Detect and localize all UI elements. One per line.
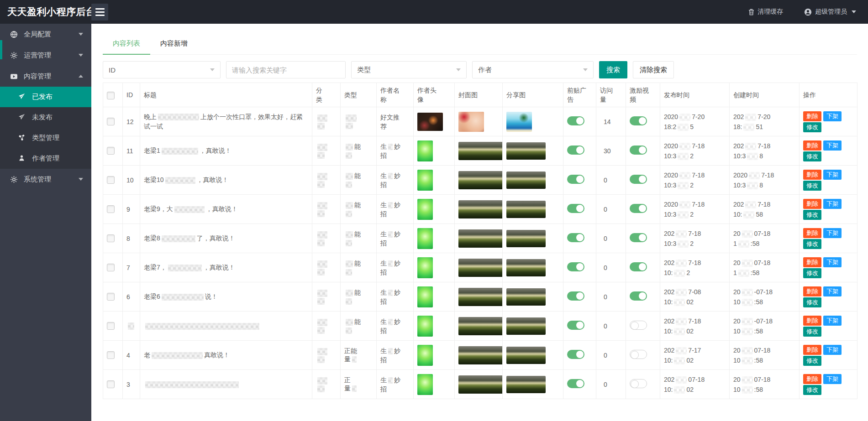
row-checkbox[interactable] xyxy=(107,264,115,271)
author-filter-select[interactable]: 作者 xyxy=(472,61,594,78)
reward-video-toggle[interactable] xyxy=(630,262,647,271)
edit-button[interactable]: 修改 xyxy=(803,239,821,249)
reward-video-toggle[interactable] xyxy=(630,146,647,155)
select-all-checkbox[interactable] xyxy=(107,92,115,99)
id-filter-select[interactable]: ID xyxy=(103,61,221,78)
sidebar-item-unpublished[interactable]: 未发布 xyxy=(0,107,91,128)
share-image xyxy=(506,112,532,132)
delete-button[interactable]: 删除 xyxy=(803,374,821,384)
delete-button[interactable]: 删除 xyxy=(803,257,821,267)
sidebar-item-global-config[interactable]: 全局配置 xyxy=(0,24,91,45)
censored-block xyxy=(388,319,393,325)
take-down-button[interactable]: 下架 xyxy=(823,228,842,238)
sidebar-item-system[interactable]: 系统管理 xyxy=(0,169,91,190)
edit-button[interactable]: 修改 xyxy=(803,210,821,220)
clear-cache-button[interactable]: 清理缓存 xyxy=(748,8,783,16)
take-down-button[interactable]: 下架 xyxy=(823,111,842,121)
row-checkbox[interactable] xyxy=(107,205,115,213)
reward-video-toggle[interactable] xyxy=(630,291,647,301)
edit-button[interactable]: 修改 xyxy=(803,356,821,366)
edit-button[interactable]: 修改 xyxy=(803,151,821,161)
row-checkbox[interactable] xyxy=(107,293,115,301)
censored-block xyxy=(128,322,134,330)
cover-image xyxy=(458,288,503,306)
pre-ad-toggle[interactable] xyxy=(567,116,584,125)
sidebar-item-type-management[interactable]: 类型管理 xyxy=(0,128,91,148)
censored-block xyxy=(174,206,205,213)
tab-content-add[interactable]: 内容新增 xyxy=(150,33,198,54)
admin-user-menu[interactable]: 超级管理员 xyxy=(804,8,856,16)
row-checkbox[interactable] xyxy=(107,147,115,155)
keyword-search-input[interactable] xyxy=(226,61,346,78)
take-down-button[interactable]: 下架 xyxy=(823,257,842,267)
row-checkbox[interactable] xyxy=(107,322,115,330)
edit-button[interactable]: 修改 xyxy=(803,385,821,395)
row-checkbox[interactable] xyxy=(107,234,115,242)
take-down-button[interactable]: 下架 xyxy=(823,345,842,355)
search-button[interactable]: 搜索 xyxy=(599,61,627,78)
take-down-button[interactable]: 下架 xyxy=(823,140,842,151)
row-checkbox[interactable] xyxy=(107,380,115,388)
clear-search-button[interactable]: 清除搜索 xyxy=(633,61,674,78)
gear-icon xyxy=(10,52,18,59)
tab-content-list[interactable]: 内容列表 xyxy=(103,33,150,55)
reward-video-toggle[interactable] xyxy=(630,321,647,330)
edit-button[interactable]: 修改 xyxy=(803,268,821,278)
reward-video-toggle[interactable] xyxy=(630,116,647,125)
row-create-time: 20-07-1810:58 xyxy=(730,282,800,312)
pre-ad-toggle[interactable] xyxy=(567,350,584,359)
type-filter-select[interactable]: 类型 xyxy=(351,61,467,78)
edit-button[interactable]: 修改 xyxy=(803,181,821,191)
reward-video-toggle[interactable] xyxy=(630,175,647,184)
pre-ad-toggle[interactable] xyxy=(567,291,584,301)
reward-video-toggle[interactable] xyxy=(630,233,647,242)
edit-button[interactable]: 修改 xyxy=(803,122,821,132)
pre-ad-toggle[interactable] xyxy=(567,204,584,213)
take-down-button[interactable]: 下架 xyxy=(823,199,842,209)
pre-ad-toggle[interactable] xyxy=(567,379,584,388)
sidebar-item-operations[interactable]: 运营管理 xyxy=(0,45,91,66)
delete-button[interactable]: 删除 xyxy=(803,140,821,151)
row-pre-ad xyxy=(563,312,596,341)
edit-button[interactable]: 修改 xyxy=(803,327,821,337)
censored-block xyxy=(676,230,687,238)
take-down-button[interactable]: 下架 xyxy=(823,170,842,180)
take-down-button[interactable]: 下架 xyxy=(823,316,842,326)
censored-block xyxy=(388,144,393,150)
delete-button[interactable]: 删除 xyxy=(803,345,821,355)
cover-image xyxy=(458,346,503,364)
reward-video-toggle[interactable] xyxy=(630,379,647,388)
delete-button[interactable]: 删除 xyxy=(803,111,821,121)
main-content: 内容列表 内容新增 ID 类型 作者 搜索 清除搜索 xyxy=(91,24,868,421)
censored-block xyxy=(679,172,690,179)
delete-button[interactable]: 删除 xyxy=(803,228,821,238)
row-checkbox[interactable] xyxy=(107,176,115,184)
pre-ad-toggle[interactable] xyxy=(567,175,584,184)
pre-ad-toggle[interactable] xyxy=(567,233,584,242)
row-checkbox[interactable] xyxy=(107,118,115,125)
pre-ad-toggle[interactable] xyxy=(567,321,584,330)
delete-button[interactable]: 删除 xyxy=(803,316,821,326)
pre-ad-toggle[interactable] xyxy=(567,262,584,271)
censored-block xyxy=(317,260,327,268)
row-ops: 删除下架修改 xyxy=(800,253,857,282)
reward-video-toggle[interactable] xyxy=(630,204,647,213)
pre-ad-toggle[interactable] xyxy=(567,146,584,155)
delete-button[interactable]: 删除 xyxy=(803,286,821,296)
take-down-button[interactable]: 下架 xyxy=(823,286,842,296)
row-checkbox[interactable] xyxy=(107,351,115,359)
row-cover xyxy=(455,224,503,253)
sidebar-item-published[interactable]: 已发布 xyxy=(0,87,91,107)
edit-button[interactable]: 修改 xyxy=(803,297,821,307)
sidebar-item-author-management[interactable]: 作者管理 xyxy=(0,148,91,169)
censored-block xyxy=(678,211,689,218)
delete-button[interactable]: 删除 xyxy=(803,170,821,180)
censored-block xyxy=(317,298,325,305)
reward-video-toggle[interactable] xyxy=(630,350,647,359)
delete-button[interactable]: 删除 xyxy=(803,199,821,209)
menu-toggle-button[interactable] xyxy=(91,4,108,21)
row-pre-ad xyxy=(563,253,596,282)
sidebar-item-content[interactable]: 内容管理 xyxy=(0,66,91,87)
take-down-button[interactable]: 下架 xyxy=(823,374,842,384)
row-reward xyxy=(626,253,660,282)
